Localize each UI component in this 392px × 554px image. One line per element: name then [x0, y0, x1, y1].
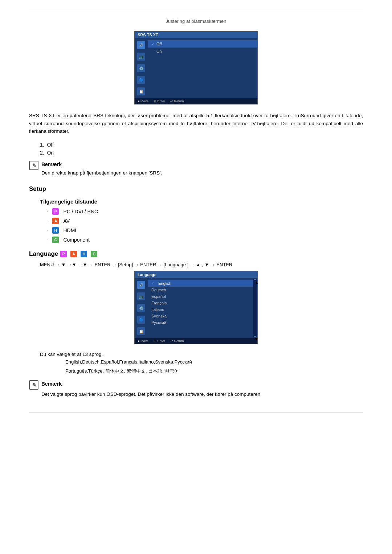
- setup-header: Setup: [29, 185, 363, 193]
- bullet-av: ·: [47, 218, 49, 224]
- modes-header: Tilgængelige tilstande: [40, 198, 363, 205]
- mode-pc-label: PC / DVI / BNC: [63, 209, 98, 214]
- lang-italiano: Italiano: [148, 306, 257, 313]
- scroll-down-arrow: ▼: [254, 336, 256, 337]
- lang-note-icon: ✎: [29, 380, 38, 390]
- mode-av: · A AV: [47, 218, 363, 224]
- srs-off-item: ✓ Off: [148, 40, 257, 48]
- srs-note-block: ✎ Bemærk Den direkte knap på fjernbetjen…: [29, 161, 363, 177]
- lang-sidebar-icon-3: ⚙️: [137, 304, 145, 312]
- note-icon: ✎: [29, 161, 38, 170]
- badge-a: A: [52, 218, 59, 224]
- lang-note-content: Bemærk Det valgte sprog påvirker kun OSD…: [41, 380, 262, 398]
- return-label: ↩ Return: [170, 99, 184, 103]
- lang-move-label: ● Move: [138, 339, 148, 343]
- lang-menu-title: Language: [135, 271, 257, 278]
- language-section-header: Language P A H C: [29, 250, 363, 258]
- mode-component-label: Component: [63, 237, 89, 243]
- language-menu-screenshot: Language 🔊 📺 ⚙️ 🔵 📋 ✓ English Deutsch Es…: [134, 271, 258, 344]
- note-content: Bemærk Den direkte knap på fjernbetjenin…: [41, 161, 162, 177]
- sidebar-icon-2: 📺: [137, 53, 145, 61]
- sidebar-icon-4: 🔵: [137, 76, 145, 84]
- lang-svenska: Svenska: [148, 313, 257, 319]
- check-icon: ✓: [151, 42, 154, 46]
- lang-espanol: Español: [148, 293, 257, 300]
- scroll-track: [254, 280, 256, 336]
- sidebar-icon-5: 📋: [137, 87, 145, 95]
- lang-badge-a: A: [70, 251, 77, 257]
- languages-description: Du kan vælge et af 13 sprog.: [40, 352, 363, 357]
- page-container: Justering af plasmaskærmen SRS TS XT 🔊 📺…: [0, 0, 392, 435]
- tv-sidebar: 🔊 📺 ⚙️ 🔵 📋: [135, 38, 148, 98]
- srs-menu-content: ✓ Off ✓ On: [148, 38, 257, 98]
- option-on: 2. On: [40, 150, 363, 156]
- note-text: Den direkte knap på fjernbetjeningen er …: [41, 169, 162, 177]
- bullet-hdmi: ·: [47, 227, 49, 234]
- sidebar-icon-1: 🔊: [137, 41, 145, 49]
- lang-tv-bottom-bar: ● Move ⊞ Enter ↩ Return: [135, 338, 257, 344]
- mode-hdmi: · H HDMI: [47, 227, 363, 234]
- option-off: 1. Off: [40, 142, 363, 148]
- scrollbar: ▲ ▼: [253, 279, 257, 337]
- mode-pc: · P PC / DVI / BNC: [47, 208, 363, 215]
- tv-bottom-bar: ● Move ⊞ Enter ↩ Return: [135, 98, 257, 104]
- lang-note-text: Det valgte sprog påvirker kun OSD-sproge…: [41, 390, 262, 398]
- languages-list-1: English,Deutsch,Español,Français,Italian…: [65, 358, 363, 366]
- lang-deutsch: Deutsch: [148, 287, 257, 293]
- lang-badge-p: P: [60, 251, 67, 257]
- lang-badge-h: H: [81, 251, 87, 257]
- mode-component: · C Component: [47, 237, 363, 243]
- lang-badge-c: C: [91, 251, 97, 257]
- enter-label: ⊞ Enter: [154, 99, 165, 103]
- badge-p: P: [52, 208, 59, 215]
- bullet-component: ·: [47, 237, 49, 243]
- language-menu-path: MENU → ▼ →▼ →▼ → ENTER → [Setup] → ENTER…: [40, 262, 363, 267]
- lang-sidebar-icon-5: 📋: [137, 327, 145, 335]
- language-title: Language: [29, 250, 58, 258]
- bullet-pc: ·: [47, 208, 49, 215]
- lang-sidebar-icon-4: 🔵: [137, 316, 145, 324]
- mode-hdmi-label: HDMI: [63, 227, 76, 233]
- srs-description: SRS TS XT er en patenteret SRS-teknologi…: [29, 112, 363, 135]
- lang-russian: Русский: [148, 319, 257, 326]
- lang-sidebar-icon-2: 📺: [137, 292, 145, 300]
- note-label: Bemærk: [41, 161, 162, 167]
- mode-av-label: AV: [63, 218, 70, 224]
- sidebar-icon-3: ⚙️: [137, 64, 145, 72]
- lang-check: ✓: [151, 282, 154, 286]
- lang-note-label: Bemærk: [41, 380, 262, 387]
- lang-return-label: ↩ Return: [170, 339, 184, 343]
- lang-francais: Français: [148, 300, 257, 306]
- srs-on-item: ✓ On: [148, 48, 257, 55]
- lang-enter-label: ⊞ Enter: [154, 339, 165, 343]
- language-note-block: ✎ Bemærk Det valgte sprog påvirker kun O…: [29, 380, 363, 398]
- badge-c: C: [52, 237, 59, 243]
- lang-menu-content: ✓ English Deutsch Español Français Itali…: [148, 278, 257, 338]
- bottom-rule: [29, 413, 363, 413]
- lang-english: ✓ English: [148, 280, 257, 287]
- move-label: ● Move: [138, 99, 148, 103]
- page-title: Justering af plasmaskærmen: [29, 19, 363, 24]
- top-rule: [29, 11, 363, 11]
- badge-h: H: [52, 227, 59, 234]
- lang-tv-sidebar: 🔊 📺 ⚙️ 🔵 📋: [135, 278, 148, 338]
- srs-menu-screenshot: SRS TS XT 🔊 📺 ⚙️ 🔵 📋 ✓ Off ✓ On: [134, 31, 258, 104]
- lang-sidebar-icon-1: 🔊: [137, 281, 145, 289]
- languages-list-2: Português,Türkçe, 简体中文, 繁體中文, 日本語, 한국어: [65, 368, 363, 375]
- srs-menu-title: SRS TS XT: [135, 32, 257, 38]
